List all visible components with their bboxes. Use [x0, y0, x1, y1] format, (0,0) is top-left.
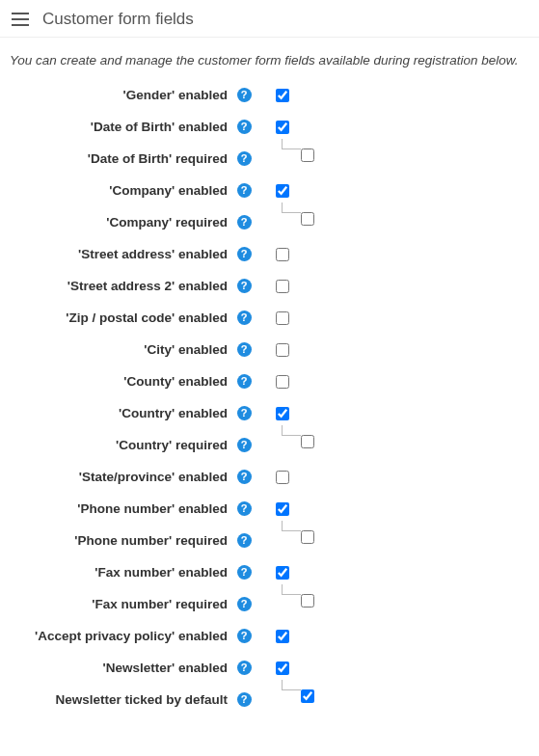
- field-label: Newsletter ticked by default: [10, 691, 233, 709]
- help-icon[interactable]: ?: [237, 88, 252, 102]
- panel-header: Customer form fields: [0, 0, 539, 38]
- field-checkbox[interactable]: [276, 407, 289, 420]
- form-row: 'Country' required?: [10, 433, 529, 465]
- control-col: [255, 87, 289, 102]
- control-col: [255, 373, 289, 389]
- help-icon[interactable]: ?: [237, 533, 252, 548]
- help-col: ?: [233, 246, 255, 261]
- field-checkbox[interactable]: [301, 212, 314, 226]
- field-checkbox[interactable]: [276, 502, 289, 516]
- control-col: [255, 437, 314, 448]
- help-col: ?: [233, 373, 255, 389]
- form-row: 'Date of Birth' required?: [10, 147, 529, 178]
- help-col: ?: [233, 150, 255, 166]
- field-checkbox[interactable]: [276, 343, 289, 357]
- help-col: ?: [233, 500, 255, 516]
- form-row: 'Country' enabled?: [10, 401, 529, 433]
- field-checkbox[interactable]: [276, 121, 289, 134]
- help-icon[interactable]: ?: [237, 151, 252, 166]
- field-label: 'Fax number' enabled: [10, 564, 233, 581]
- help-col: ?: [233, 278, 255, 293]
- field-checkbox[interactable]: [276, 280, 289, 293]
- field-checkbox[interactable]: [301, 594, 314, 608]
- field-checkbox[interactable]: [276, 375, 289, 389]
- help-col: ?: [233, 182, 255, 198]
- field-label: 'Accept privacy policy' enabled: [10, 628, 233, 645]
- field-label: 'Country' enabled: [10, 405, 233, 422]
- help-icon[interactable]: ?: [237, 629, 252, 643]
- form-row: 'Gender' enabled?: [10, 83, 529, 115]
- control-col: [255, 119, 289, 134]
- field-label: 'Date of Birth' required: [10, 150, 233, 168]
- help-icon[interactable]: ?: [237, 247, 252, 261]
- help-icon[interactable]: ?: [237, 374, 252, 389]
- field-checkbox[interactable]: [276, 184, 289, 198]
- form-row: 'County' enabled?: [10, 369, 529, 401]
- form-area: 'Gender' enabled?'Date of Birth' enabled…: [0, 83, 539, 739]
- help-icon[interactable]: ?: [237, 215, 252, 230]
- help-icon[interactable]: ?: [237, 310, 252, 325]
- field-label: 'City' enabled: [10, 341, 233, 359]
- help-col: ?: [233, 214, 255, 230]
- field-checkbox[interactable]: [276, 89, 289, 102]
- tree-connector-icon: [276, 680, 301, 699]
- form-row: 'Company' required?: [10, 210, 529, 242]
- field-checkbox[interactable]: [301, 530, 314, 544]
- help-col: ?: [233, 469, 255, 484]
- help-icon[interactable]: ?: [237, 692, 252, 707]
- field-checkbox[interactable]: [276, 248, 289, 261]
- help-icon[interactable]: ?: [237, 120, 252, 134]
- form-row: 'Street address' enabled?: [10, 242, 529, 274]
- field-label: 'Fax number' required: [10, 596, 233, 613]
- field-checkbox[interactable]: [276, 566, 289, 580]
- help-icon[interactable]: ?: [237, 597, 252, 611]
- form-row: 'Newsletter' enabled?: [10, 656, 529, 688]
- field-checkbox[interactable]: [276, 311, 289, 325]
- control-col: [255, 469, 289, 484]
- field-label: 'Street address 2' enabled: [10, 278, 233, 295]
- control-col: [255, 278, 289, 293]
- field-label: 'Company' required: [10, 214, 233, 231]
- field-label: 'Newsletter' enabled: [10, 660, 233, 677]
- control-col: [255, 246, 289, 261]
- help-icon[interactable]: ?: [237, 279, 252, 293]
- control-col: [255, 214, 314, 226]
- field-checkbox[interactable]: [276, 662, 289, 675]
- tree-connector-icon: [276, 584, 301, 604]
- help-icon[interactable]: ?: [237, 406, 252, 420]
- form-row: 'State/province' enabled?: [10, 465, 529, 497]
- hamburger-icon[interactable]: [12, 13, 29, 26]
- form-row: 'Accept privacy policy' enabled?: [10, 624, 529, 656]
- field-label: 'Zip / postal code' enabled: [10, 310, 233, 327]
- help-col: ?: [233, 628, 255, 643]
- field-checkbox[interactable]: [276, 471, 289, 484]
- field-label: 'County' enabled: [10, 373, 233, 391]
- form-row: 'Street address 2' enabled?: [10, 274, 529, 306]
- tree-connector-icon: [276, 425, 301, 445]
- help-icon[interactable]: ?: [237, 565, 252, 580]
- help-icon[interactable]: ?: [237, 342, 252, 357]
- help-icon[interactable]: ?: [237, 470, 252, 484]
- control-col: [255, 564, 289, 580]
- field-label: 'Date of Birth' enabled: [10, 119, 233, 136]
- help-col: ?: [233, 405, 255, 420]
- help-col: ?: [233, 596, 255, 611]
- field-checkbox[interactable]: [276, 630, 289, 643]
- form-row: 'Date of Birth' enabled?: [10, 115, 529, 147]
- help-icon[interactable]: ?: [237, 661, 252, 675]
- help-icon[interactable]: ?: [237, 501, 252, 516]
- form-row: 'Fax number' required?: [10, 592, 529, 624]
- field-checkbox[interactable]: [301, 148, 314, 162]
- help-icon[interactable]: ?: [237, 438, 252, 452]
- help-col: ?: [233, 437, 255, 452]
- help-icon[interactable]: ?: [237, 183, 252, 198]
- form-row: 'Phone number' required?: [10, 528, 529, 560]
- control-col: [255, 341, 289, 357]
- page-description: You can create and manage the customer f…: [0, 38, 539, 83]
- tree-connector-icon: [276, 521, 301, 540]
- field-checkbox[interactable]: [301, 689, 314, 703]
- field-label: 'Phone number' enabled: [10, 500, 233, 518]
- field-label: 'State/province' enabled: [10, 469, 233, 486]
- field-checkbox[interactable]: [301, 435, 314, 448]
- field-label: 'Phone number' required: [10, 532, 233, 550]
